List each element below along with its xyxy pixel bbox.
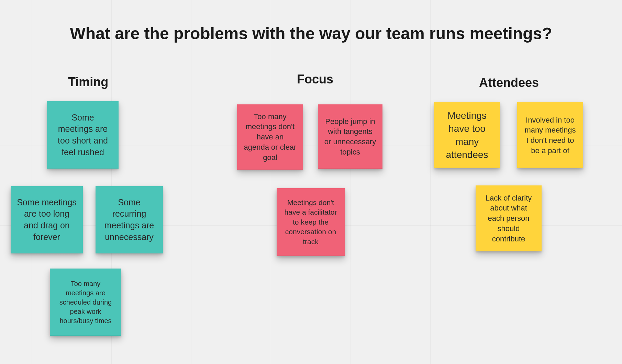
group-label-attendees[interactable]: Attendees: [479, 76, 539, 90]
board-title[interactable]: What are the problems with the way our t…: [70, 24, 552, 43]
group-label-timing[interactable]: Timing: [68, 75, 108, 89]
sticky-note-timing-1[interactable]: Some meetings are too short and feel rus…: [47, 101, 119, 169]
sticky-note-focus-3[interactable]: Meetings don't have a facilitator to kee…: [277, 188, 345, 256]
sticky-note-focus-1[interactable]: Too many meetings don't have an agenda o…: [237, 104, 303, 170]
sticky-note-attendees-2[interactable]: Involved in too many meetings I don't ne…: [517, 102, 583, 168]
sticky-note-attendees-1[interactable]: Meetings have too many attendees: [434, 102, 500, 168]
sticky-note-focus-2[interactable]: People jump in with tangents or unnecess…: [318, 104, 382, 169]
sticky-note-attendees-3[interactable]: Lack of clarity about what each person s…: [476, 185, 542, 251]
group-label-focus[interactable]: Focus: [297, 72, 333, 87]
sticky-note-timing-4[interactable]: Too many meetings are scheduled during p…: [50, 269, 121, 336]
sticky-note-timing-3[interactable]: Some recurring meetings are unnecessary: [96, 186, 163, 253]
sticky-note-timing-2[interactable]: Some meetings are too long and drag on f…: [11, 186, 83, 253]
